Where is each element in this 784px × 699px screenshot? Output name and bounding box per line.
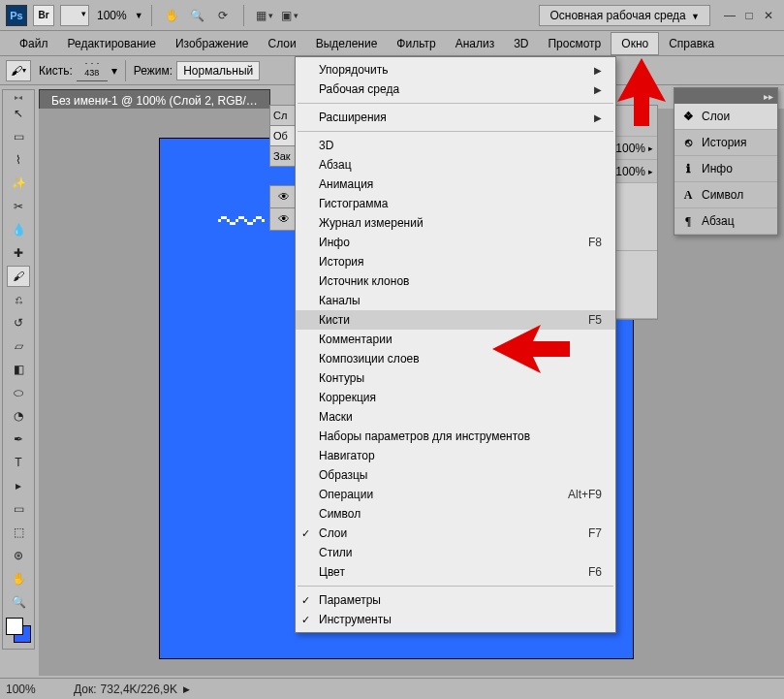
path-select-tool-icon[interactable]: ▸ xyxy=(7,475,30,496)
hand-tool-icon[interactable]: ✋ xyxy=(7,568,30,589)
shape-tool-icon[interactable]: ▭ xyxy=(7,498,30,520)
menu-item-выделение[interactable]: Выделение xyxy=(306,33,388,54)
3d-tool-icon[interactable]: ⬚ xyxy=(7,522,30,543)
menu-item-3d[interactable]: 3D xyxy=(504,33,538,54)
photoshop-icon[interactable]: Ps xyxy=(6,5,27,26)
gradient-tool-icon[interactable]: ◧ xyxy=(7,359,30,380)
menu-item-слои[interactable]: Слои xyxy=(259,33,306,54)
menu-entry[interactable]: Гистограмма xyxy=(296,194,615,213)
hand-icon[interactable]: ✋ xyxy=(163,6,182,25)
marquee-tool-icon[interactable]: ▭ xyxy=(7,126,30,147)
panel-tab[interactable]: ⎋История xyxy=(674,130,777,156)
menu-entry[interactable]: Анимация xyxy=(296,175,615,194)
foreground-swatch[interactable] xyxy=(6,618,23,635)
separator xyxy=(151,5,152,26)
toolbox-grip[interactable]: ▸◂ xyxy=(3,92,34,102)
zoom-icon[interactable]: 🔍 xyxy=(188,6,207,25)
menu-entry[interactable]: Упорядочить▶ xyxy=(296,60,615,79)
menu-item-анализ[interactable]: Анализ xyxy=(446,33,505,54)
menu-entry[interactable]: 3D xyxy=(296,136,615,155)
workspace-switcher[interactable]: Основная рабочая среда ▼ xyxy=(539,5,710,26)
menu-entry[interactable]: Образцы xyxy=(296,465,615,485)
color-swatches[interactable] xyxy=(6,618,31,643)
menu-item-просмотр[interactable]: Просмотр xyxy=(538,33,611,54)
menu-divider xyxy=(298,103,613,104)
menu-item-редактирование[interactable]: Редактирование xyxy=(58,33,166,54)
crop-tool-icon[interactable]: ✂ xyxy=(7,196,30,217)
menu-entry[interactable]: ✓СлоиF7 xyxy=(296,524,615,543)
opacity-value[interactable]: 100% xyxy=(615,142,645,155)
blend-mode-combo[interactable]: Нормальный xyxy=(176,61,260,80)
menu-entry[interactable]: Расширения▶ xyxy=(296,108,615,127)
panel-tab[interactable]: ℹИнфо xyxy=(674,156,777,182)
healing-brush-tool-icon[interactable]: ✚ xyxy=(7,242,30,264)
history-brush-tool-icon[interactable]: ↺ xyxy=(7,312,30,334)
menu-divider xyxy=(298,586,613,587)
menu-entry[interactable]: Символ xyxy=(296,504,615,524)
menu-entry[interactable]: Журнал измерений xyxy=(296,213,615,233)
menu-entry[interactable]: Рабочая среда▶ xyxy=(296,79,615,99)
menu-entry[interactable]: ✓Параметры xyxy=(296,590,615,610)
menu-entry[interactable]: Навигатор xyxy=(296,446,615,465)
clone-stamp-tool-icon[interactable]: ⎌ xyxy=(7,289,30,310)
menu-entry[interactable]: Источник клонов xyxy=(296,271,615,291)
panel-tab-label: Символ xyxy=(702,188,743,202)
panel-tab[interactable]: ❖Слои xyxy=(674,104,777,130)
menu-entry[interactable]: ИнфоF8 xyxy=(296,233,615,252)
zoom-tool-icon[interactable]: 🔍 xyxy=(7,591,30,613)
chevron-down-icon[interactable]: ▼ xyxy=(135,11,143,20)
bridge-icon[interactable]: Br xyxy=(33,5,54,26)
blur-tool-icon[interactable]: ⬭ xyxy=(7,382,30,403)
brush-tool-preset-icon[interactable]: 🖌▾ xyxy=(6,60,31,81)
status-zoom[interactable]: 100% xyxy=(6,683,64,696)
chevron-right-icon[interactable]: ▸ xyxy=(648,167,653,176)
menu-entry[interactable]: Абзац xyxy=(296,155,615,175)
menu-item-изображение[interactable]: Изображение xyxy=(166,33,259,54)
chevron-double-right-icon[interactable]: ▸▸ xyxy=(764,91,773,102)
menu-item-фильтр[interactable]: Фильтр xyxy=(387,33,445,54)
panel-tab[interactable]: ¶Абзац xyxy=(674,208,777,235)
dodge-tool-icon[interactable]: ◔ xyxy=(7,405,30,427)
fill-value[interactable]: 100% xyxy=(615,165,645,178)
panel-header[interactable]: ▸▸ xyxy=(674,88,777,104)
menu-item-справка[interactable]: Справка xyxy=(659,33,724,54)
menu-entry[interactable]: Наборы параметров для инструментов xyxy=(296,427,615,446)
brush-tool-icon[interactable]: 🖌 xyxy=(7,266,30,287)
type-tool-icon[interactable]: T xyxy=(7,452,30,473)
menu-entry[interactable]: Маски xyxy=(296,407,615,427)
eraser-tool-icon[interactable]: ▱ xyxy=(7,335,30,357)
menu-entry[interactable]: ОперацииAlt+F9 xyxy=(296,485,615,504)
menu-item-окно[interactable]: Окно xyxy=(611,32,659,55)
panel-tab[interactable]: AСимвол xyxy=(674,182,777,208)
menu-entry[interactable]: История xyxy=(296,252,615,271)
chevron-down-icon[interactable]: ▾ xyxy=(111,64,117,78)
eyedropper-tool-icon[interactable]: 💧 xyxy=(7,219,30,240)
pen-tool-icon[interactable]: ✒ xyxy=(7,429,30,450)
3d-camera-tool-icon[interactable]: ⊛ xyxy=(7,545,30,566)
menu-entry[interactable]: Каналы xyxy=(296,291,615,310)
brush-preview[interactable]: ･ ･ ･ 438 xyxy=(77,60,108,81)
rotate-view-icon[interactable]: ⟳ xyxy=(213,6,233,25)
menu-entry-label: Стили xyxy=(319,546,602,559)
screen-layout-icon[interactable]: ▣▾ xyxy=(280,6,299,25)
menu-entry[interactable]: ✓Инструменты xyxy=(296,610,615,629)
menu-item-файл[interactable]: Файл xyxy=(10,33,58,54)
zoom-level[interactable]: 100% xyxy=(97,9,127,22)
move-tool-icon[interactable]: ↖ xyxy=(7,103,30,124)
minimize-icon[interactable]: — xyxy=(723,9,737,22)
check-icon: ✓ xyxy=(301,594,310,607)
panel-tab-icon: ℹ xyxy=(680,161,696,176)
chevron-right-icon[interactable]: ▸ xyxy=(648,143,653,153)
magic-wand-tool-icon[interactable]: ✨ xyxy=(7,173,30,194)
chevron-right-icon[interactable]: ▶ xyxy=(183,684,190,694)
lasso-tool-icon[interactable]: ⌇ xyxy=(7,149,30,171)
maximize-icon[interactable]: □ xyxy=(742,9,756,22)
svg-marker-1 xyxy=(492,325,570,373)
menu-entry[interactable]: Коррекция xyxy=(296,388,615,407)
screen-mode-icon[interactable] xyxy=(60,5,89,26)
arrange-docs-icon[interactable]: ▦▾ xyxy=(255,6,274,25)
close-icon[interactable]: ✕ xyxy=(762,9,775,22)
menu-entry[interactable]: ЦветF6 xyxy=(296,562,615,582)
menu-entry[interactable]: Стили xyxy=(296,543,615,562)
menu-shortcut: F8 xyxy=(588,236,602,249)
